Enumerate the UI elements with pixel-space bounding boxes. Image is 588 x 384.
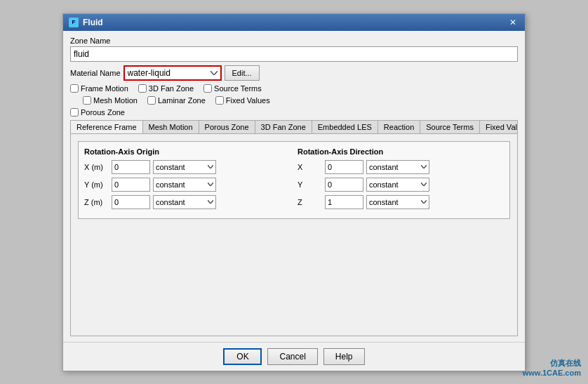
direction-y-dropdown[interactable]: constant expression profile bbox=[366, 178, 429, 192]
tab-mesh-motion[interactable]: Mesh Motion bbox=[143, 121, 199, 133]
origin-z-input[interactable] bbox=[112, 195, 150, 209]
fluid-dialog: F Fluid ✕ Zone Name Material Name water-… bbox=[62, 13, 526, 371]
frame-motion-checkbox-item[interactable]: Frame Motion bbox=[70, 84, 128, 93]
reference-frame-panel: Rotation-Axis Origin X (m) constant expr… bbox=[78, 141, 510, 219]
title-bar: F Fluid ✕ bbox=[63, 14, 525, 31]
cancel-button[interactable]: Cancel bbox=[267, 348, 317, 365]
direction-group: Rotation-Axis Direction X constant expre… bbox=[298, 147, 504, 213]
mesh-motion-label: Mesh Motion bbox=[93, 96, 138, 105]
origin-group: Rotation-Axis Origin X (m) constant expr… bbox=[84, 147, 290, 213]
origin-x-label: X (m) bbox=[84, 163, 109, 171]
tab-3d-fan-zone[interactable]: 3D Fan Zone bbox=[255, 121, 312, 133]
mesh-motion-checkbox-item[interactable]: Mesh Motion bbox=[83, 96, 138, 105]
direction-z-dropdown[interactable]: constant expression profile bbox=[366, 195, 429, 209]
mesh-motion-checkbox[interactable] bbox=[83, 96, 91, 105]
porous-zone-label: Porous Zone bbox=[81, 108, 125, 117]
tab-reaction[interactable]: Reaction bbox=[378, 121, 420, 133]
origin-y-dropdown[interactable]: constant expression profile bbox=[153, 178, 216, 192]
checkboxes-row-3: Porous Zone bbox=[70, 108, 518, 117]
origin-z-label: Z (m) bbox=[84, 198, 109, 206]
help-button[interactable]: Help bbox=[323, 348, 365, 365]
3d-fan-zone-checkbox-item[interactable]: 3D Fan Zone bbox=[138, 84, 194, 93]
source-terms-label: Source Terms bbox=[214, 84, 262, 93]
3d-fan-zone-checkbox[interactable] bbox=[138, 84, 147, 93]
origin-x-input[interactable] bbox=[112, 160, 150, 174]
source-terms-checkbox[interactable] bbox=[203, 84, 212, 93]
zone-name-label: Zone Name bbox=[70, 37, 518, 45]
watermark-line2: www.1CAE.com bbox=[523, 369, 581, 377]
origin-y-row: Y (m) constant expression profile bbox=[84, 178, 290, 192]
window-content: Zone Name Material Name water-liquid air… bbox=[63, 31, 525, 342]
ok-button[interactable]: OK bbox=[223, 348, 262, 365]
tab-embedded-les[interactable]: Embedded LES bbox=[312, 121, 378, 133]
zone-name-row: Zone Name bbox=[70, 37, 518, 62]
tab-source-terms[interactable]: Source Terms bbox=[420, 121, 480, 133]
direction-z-label: Z bbox=[298, 198, 322, 206]
checkboxes-row-2: Mesh Motion Laminar Zone Fixed Values bbox=[70, 96, 518, 105]
laminar-zone-label: Laminar Zone bbox=[158, 96, 206, 105]
origin-z-row: Z (m) constant expression profile bbox=[84, 195, 290, 209]
direction-z-row: Z constant expression profile bbox=[298, 195, 504, 209]
close-button[interactable]: ✕ bbox=[507, 16, 519, 29]
direction-y-label: Y bbox=[298, 180, 322, 189]
tab-reference-frame[interactable]: Reference Frame bbox=[71, 121, 143, 134]
direction-y-row: Y constant expression profile bbox=[298, 178, 504, 192]
direction-x-dropdown[interactable]: constant expression profile bbox=[366, 160, 429, 174]
laminar-zone-checkbox-item[interactable]: Laminar Zone bbox=[147, 96, 206, 105]
bottom-bar: OK Cancel Help bbox=[63, 342, 525, 371]
frame-motion-checkbox[interactable] bbox=[70, 84, 79, 93]
laminar-zone-checkbox[interactable] bbox=[147, 96, 156, 105]
material-dropdown[interactable]: water-liquid air aluminum bbox=[123, 65, 222, 81]
window-icon: F bbox=[69, 18, 79, 27]
direction-z-input[interactable] bbox=[325, 195, 363, 209]
edit-button[interactable]: Edit... bbox=[225, 65, 260, 81]
fixed-values-checkbox-item[interactable]: Fixed Values bbox=[215, 96, 270, 105]
material-label: Material Name bbox=[70, 69, 121, 77]
origin-x-dropdown[interactable]: constant expression profile bbox=[153, 160, 216, 174]
window-title: Fluid bbox=[83, 18, 103, 27]
watermark-line1: 仿真在线 bbox=[523, 358, 581, 369]
direction-y-input[interactable] bbox=[325, 178, 363, 192]
watermark: 仿真在线 www.1CAE.com bbox=[523, 358, 581, 377]
zone-name-input[interactable] bbox=[70, 46, 518, 62]
tabs-container: Reference Frame Mesh Motion Porous Zone … bbox=[70, 120, 518, 336]
porous-zone-checkbox[interactable] bbox=[70, 108, 79, 117]
source-terms-checkbox-item[interactable]: Source Terms bbox=[203, 84, 262, 93]
direction-x-input[interactable] bbox=[325, 160, 363, 174]
axis-grid: Rotation-Axis Origin X (m) constant expr… bbox=[84, 147, 504, 213]
tab-content: Rotation-Axis Origin X (m) constant expr… bbox=[71, 134, 517, 336]
porous-zone-checkbox-item[interactable]: Porous Zone bbox=[70, 108, 125, 117]
frame-motion-label: Frame Motion bbox=[81, 84, 128, 93]
direction-x-row: X constant expression profile bbox=[298, 160, 504, 174]
3d-fan-zone-label: 3D Fan Zone bbox=[149, 84, 194, 93]
origin-z-dropdown[interactable]: constant expression profile bbox=[153, 195, 216, 209]
material-row: Material Name water-liquid air aluminum … bbox=[70, 65, 518, 81]
tabs-header: Reference Frame Mesh Motion Porous Zone … bbox=[71, 121, 517, 134]
direction-x-label: X bbox=[298, 163, 322, 171]
checkboxes-row-1: Frame Motion 3D Fan Zone Source Terms bbox=[70, 84, 518, 93]
fixed-values-label: Fixed Values bbox=[226, 96, 270, 105]
origin-y-input[interactable] bbox=[112, 178, 150, 192]
origin-y-label: Y (m) bbox=[84, 180, 109, 189]
origin-title: Rotation-Axis Origin bbox=[84, 147, 290, 156]
direction-title: Rotation-Axis Direction bbox=[298, 147, 504, 156]
tab-porous-zone[interactable]: Porous Zone bbox=[199, 121, 255, 133]
title-bar-left: F Fluid bbox=[69, 18, 103, 27]
origin-x-row: X (m) constant expression profile bbox=[84, 160, 290, 174]
tab-fixed-values[interactable]: Fixed Values bbox=[480, 121, 517, 133]
fixed-values-checkbox[interactable] bbox=[215, 96, 224, 105]
